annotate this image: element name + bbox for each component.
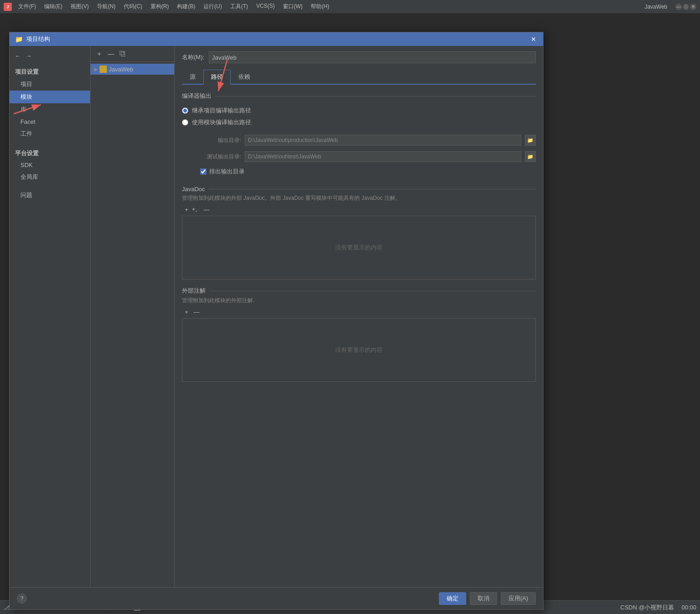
menu-window[interactable]: 窗口(W) xyxy=(279,2,306,11)
external-annotations-section: 外部注解 管理附加到此模块的外部注解. + — 没有要显示的内容 xyxy=(182,287,536,382)
menu-file[interactable]: 文件(F) xyxy=(15,2,40,11)
radio-module: 使用模块编译输出路径 xyxy=(182,117,536,128)
radio-inherit-input[interactable] xyxy=(182,107,188,114)
help-button[interactable]: ? xyxy=(17,594,27,604)
sidebar-item-project[interactable]: 项目 xyxy=(10,78,90,91)
sidebar-item-sdk[interactable]: SDK xyxy=(10,159,90,171)
menu-edit[interactable]: 编辑(E) xyxy=(40,2,66,11)
menu-bar: 文件(F) 编辑(E) 视图(V) 导航(N) 代码(C) 重构(R) 构建(B… xyxy=(15,2,645,11)
javadoc-toolbar: + +。 — xyxy=(182,205,536,214)
radio-module-label[interactable]: 使用模块编译输出路径 xyxy=(192,118,251,127)
output-path-row: 输出目录: 📁 xyxy=(182,135,536,146)
close-button[interactable]: ✕ xyxy=(690,4,696,10)
annotations-empty-text: 没有要显示的内容 xyxy=(335,346,383,354)
name-label: 名称(M): xyxy=(182,53,204,61)
sidebar-item-artifact[interactable]: 工件 xyxy=(10,127,90,140)
annotations-remove-button[interactable]: — xyxy=(192,307,201,316)
menu-refactor[interactable]: 重构(R) xyxy=(147,2,173,11)
sidebar-item-issues[interactable]: 问题 xyxy=(10,189,90,202)
output-browse-button[interactable]: 📁 xyxy=(525,135,536,146)
radio-inherit: 继承项目编译输出路径 xyxy=(182,105,536,117)
annotations-empty-list: 没有要显示的内容 xyxy=(182,318,536,382)
tab-source[interactable]: 源 xyxy=(182,70,203,85)
menu-run[interactable]: 运行(U) xyxy=(200,2,226,11)
sidebar-item-library[interactable]: 库 xyxy=(10,103,90,116)
menu-help[interactable]: 帮助(H) xyxy=(307,2,333,11)
tab-path[interactable]: 路径 xyxy=(203,70,231,85)
javadoc-add-from-button[interactable]: +。 xyxy=(192,205,201,214)
app-logo: J xyxy=(4,3,12,11)
app-title: JavaWeb xyxy=(645,4,667,10)
external-annotations-title: 外部注解 xyxy=(182,287,536,295)
menu-build[interactable]: 构建(B) xyxy=(173,2,199,11)
javadoc-empty-text: 没有要显示的内容 xyxy=(335,244,383,252)
module-entry[interactable]: ▶ JavaWeb xyxy=(91,64,174,75)
output-path-input[interactable] xyxy=(245,135,521,146)
maximize-button[interactable]: □ xyxy=(683,4,689,10)
apply-button[interactable]: 应用(A) xyxy=(501,592,536,605)
sidebar-item-facet[interactable]: Facet xyxy=(10,116,90,127)
module-list: ▶ JavaWeb xyxy=(91,62,174,76)
csdn-attribution: CSDN @小视野日暮 xyxy=(620,604,675,612)
radio-inherit-label[interactable]: 继承项目编译输出路径 xyxy=(192,107,251,115)
external-annotations-toolbar: + — xyxy=(182,307,536,316)
test-output-path-input[interactable] xyxy=(245,151,521,162)
module-name: JavaWeb xyxy=(109,66,133,73)
copy-module-button[interactable]: ⿻ xyxy=(118,49,128,59)
compiler-output-section-title: 编译器输出 xyxy=(182,92,536,100)
menu-tools[interactable]: 工具(T) xyxy=(227,2,252,11)
project-settings-label: 项目设置 xyxy=(10,64,90,78)
sidebar: ← → 项目设置 项目 模块 库 Facet 工件 平台设置 SDK 全局库 问… xyxy=(10,46,91,587)
test-output-path-row: 测试输出目录: 📁 xyxy=(182,151,536,162)
status-bar-right: CSDN @小视野日暮 00:00 xyxy=(620,604,696,612)
main-content: + — ⿻ ▶ JavaWeb xyxy=(91,46,543,587)
radio-module-input[interactable] xyxy=(182,119,188,126)
back-button[interactable]: ← xyxy=(13,51,22,61)
menu-nav[interactable]: 导航(N) xyxy=(93,2,119,11)
radio-group: 继承项目编译输出路径 使用模块编译输出路径 xyxy=(182,105,536,128)
name-row: 名称(M): xyxy=(182,51,536,63)
module-folder-icon xyxy=(100,66,107,73)
exclude-output-checkbox[interactable] xyxy=(200,168,206,175)
platform-settings-label: 平台设置 xyxy=(10,146,90,159)
forward-button[interactable]: → xyxy=(24,51,33,61)
add-module-button[interactable]: + xyxy=(94,49,104,59)
test-browse-button[interactable]: 📁 xyxy=(525,151,536,162)
tabs-row: 源 路径 依赖 xyxy=(182,69,536,85)
status-time: 00:00 xyxy=(681,604,696,611)
output-path-label: 输出目录: xyxy=(200,137,241,144)
sidebar-nav: ← → xyxy=(10,50,90,64)
title-bar: J 文件(F) 编辑(E) 视图(V) 导航(N) 代码(C) 重构(R) 构建… xyxy=(0,0,700,14)
javadoc-title: JavaDoc xyxy=(182,186,536,193)
exclude-output-row: 排出输出目录 xyxy=(182,167,536,176)
external-annotations-description: 管理附加到此模块的外部注解. xyxy=(182,297,536,304)
right-panel: 名称(M): 源 路径 依赖 编译器输出 继承项目编译输出路 xyxy=(175,46,543,587)
name-input[interactable] xyxy=(209,51,536,63)
sidebar-item-global-lib[interactable]: 全局库 xyxy=(10,171,90,183)
javadoc-section: JavaDoc 管理附加到此模块的外部 JavaDoc。外部 JavaDoc 重… xyxy=(182,186,536,279)
cancel-button[interactable]: 取消 xyxy=(470,592,497,605)
module-list-panel: + — ⿻ ▶ JavaWeb xyxy=(91,46,175,587)
dialog-body: ← → 项目设置 项目 模块 库 Facet 工件 平台设置 SDK 全局库 问… xyxy=(10,46,543,587)
dialog-title-bar: 📁 项目结构 ✕ xyxy=(10,32,543,46)
menu-code[interactable]: 代码(C) xyxy=(120,2,146,11)
test-output-path-label: 测试输出目录: xyxy=(200,153,241,161)
minimize-button[interactable]: — xyxy=(675,4,682,10)
menu-vcs[interactable]: VCS(S) xyxy=(252,2,278,11)
ok-button[interactable]: 确定 xyxy=(439,592,466,605)
menu-view[interactable]: 视图(V) xyxy=(67,2,92,11)
module-toolbar: + — ⿻ xyxy=(91,46,174,62)
annotations-add-button[interactable]: + xyxy=(182,307,191,316)
dialog-title: 项目结构 xyxy=(26,35,50,43)
project-structure-dialog: 📁 项目结构 ✕ ← → 项目设置 项目 模块 库 Facet 工件 平台设置 xyxy=(9,32,544,610)
tab-dependency[interactable]: 依赖 xyxy=(231,70,258,85)
dialog-footer: ? 确定 取消 应用(A) xyxy=(10,587,543,609)
javadoc-description: 管理附加到此模块的外部 JavaDoc。外部 JavaDoc 重写模块中可能具有… xyxy=(182,194,536,202)
javadoc-add-button[interactable]: + xyxy=(182,205,191,214)
javadoc-empty-list: 没有要显示的内容 xyxy=(182,216,536,279)
sidebar-item-module[interactable]: 模块 xyxy=(10,91,90,103)
exclude-output-label[interactable]: 排出输出目录 xyxy=(209,167,245,176)
dialog-close-button[interactable]: ✕ xyxy=(529,35,538,43)
remove-module-button[interactable]: — xyxy=(106,49,116,59)
javadoc-remove-button[interactable]: — xyxy=(202,205,211,214)
